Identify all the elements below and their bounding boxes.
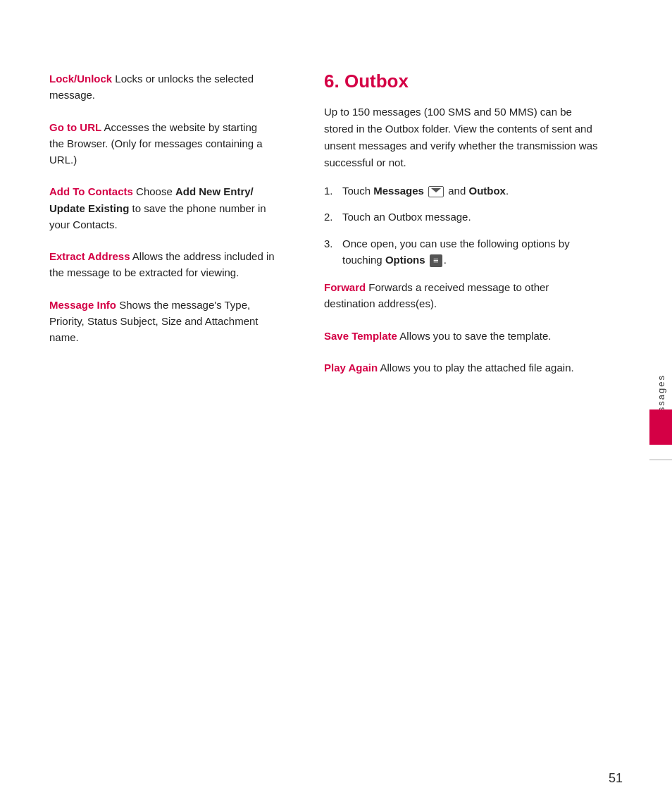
term-body-add-to-contacts-1: Choose [133,185,175,197]
term-go-to-url: Go to URL Accesses the website by starti… [49,119,275,168]
term-play-again: Play Again Allows you to play the attach… [324,359,599,376]
step-1-punct: . [506,185,509,197]
term-body-play-again: Allows you to play the attached file aga… [378,362,574,374]
term-lock-unlock: Lock/Unlock Locks or unlocks the selecte… [49,70,275,104]
term-label-forward: Forward [324,281,366,293]
term-label-go-to-url: Go to URL [49,121,101,133]
step-2: 2. Touch an Outbox message. [324,209,599,225]
right-column: 6. Outbox Up to 150 messages (100 SMS an… [296,0,641,807]
step-1-and: and [448,185,468,197]
term-label-save-template: Save Template [324,330,397,342]
term-label-play-again: Play Again [324,362,378,374]
step-3-content: Once open, you can use the following opt… [342,235,599,269]
messages-icon [428,186,444,197]
term-extract-address: Extract Address Allows the address inclu… [49,248,275,281]
term-body-save-template: Allows you to save the template. [397,330,551,342]
step-1-content: Touch Messages and Outbox. [342,183,509,199]
step-1: 1. Touch Messages and Outbox. [324,183,599,199]
term-label-lock-unlock: Lock/Unlock [49,73,112,85]
step-3: 3. Once open, you can use the following … [324,235,599,269]
page-number: 51 [609,771,623,786]
term-forward: Forward Forwards a received message to o… [324,279,599,312]
term-add-to-contacts: Add To Contacts Choose Add New Entry/ Up… [49,183,275,233]
sidebar-tab: Messages [649,347,672,460]
step-1-bold-messages: Messages [373,185,424,197]
term-label-extract-address: Extract Address [49,250,130,262]
step-3-punct: . [444,254,447,266]
step-3-bold-options: Options [385,254,425,266]
step-1-bold-outbox: Outbox [468,185,506,197]
term-save-template: Save Template Allows you to save the tem… [324,328,599,344]
page-container: Lock/Unlock Locks or unlocks the selecte… [0,0,672,807]
step-3-text-before: Once open, you can use the following opt… [342,238,570,266]
step-3-num: 3. [324,235,338,269]
section-title-outbox: 6. Outbox [324,70,599,92]
outbox-intro: Up to 150 messages (100 SMS and 50 MMS) … [324,104,599,171]
step-2-content: Touch an Outbox message. [342,209,471,225]
step-1-num: 1. [324,183,338,199]
numbered-steps: 1. Touch Messages and Outbox. 2. Touch a… [324,183,599,268]
left-column: Lock/Unlock Locks or unlocks the selecte… [0,0,296,807]
options-icon [430,254,442,267]
term-label-add-to-contacts: Add To Contacts [49,185,133,197]
step-1-text-before: Touch [342,185,373,197]
term-message-info: Message Info Shows the message's Type, P… [49,297,275,346]
term-label-message-info: Message Info [49,299,116,311]
sidebar-tab-line [649,460,672,460]
sidebar-tab-bar [649,409,672,445]
step-2-num: 2. [324,209,338,225]
